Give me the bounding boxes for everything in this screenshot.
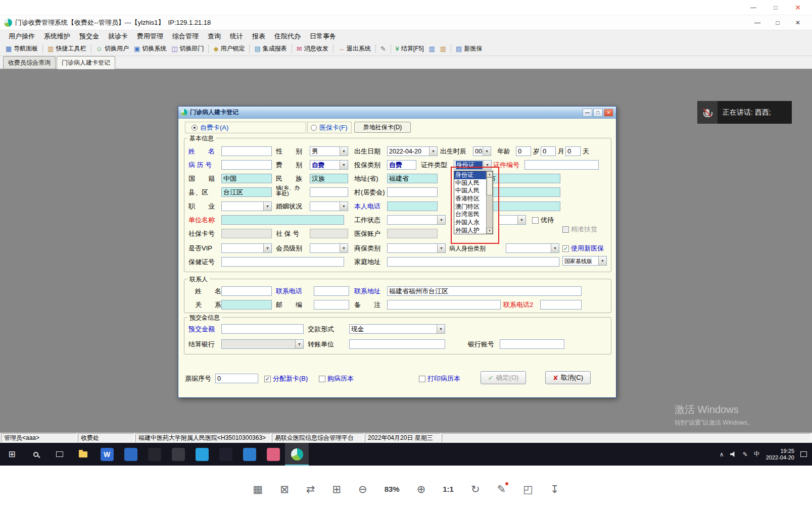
toolbar-newmi[interactable]: ▤新医保 <box>453 43 485 55</box>
toolbar-report[interactable]: ▤集成报表 <box>252 43 289 55</box>
taskbar-app-monitor[interactable] <box>237 443 261 466</box>
address-province-input[interactable]: 福建省 <box>387 174 438 183</box>
taskbar-app-messenger[interactable] <box>190 443 214 466</box>
toolbar-lock[interactable]: ◆用户锁定 <box>211 43 247 55</box>
dropdown-arrow-icon[interactable]: ▼ <box>340 244 348 252</box>
zip-input[interactable] <box>314 300 349 310</box>
dropdown-arrow-icon[interactable]: ▼ <box>263 202 271 211</box>
dropdown-arrow-icon[interactable]: ▼ <box>340 161 348 169</box>
viewer-tool-crop[interactable]: ◰ <box>523 483 533 495</box>
menu-item-8[interactable]: 报表 <box>248 31 270 42</box>
insurance-type-input[interactable]: 自费 <box>387 160 416 170</box>
dialog-close-button[interactable]: ✕ <box>604 109 613 117</box>
app-minimize-button[interactable]: — <box>747 15 768 30</box>
pen-input-icon[interactable]: ✎ <box>743 451 748 458</box>
dropdown-item-1[interactable]: 中国人民 <box>454 179 486 187</box>
new-card-checkbox[interactable]: ✓分配新卡(B) <box>264 374 308 383</box>
dialog-restore-button[interactable]: □ <box>593 109 603 117</box>
transfer-unit-input[interactable] <box>349 339 445 349</box>
menu-item-10[interactable]: 日常事务 <box>305 31 341 42</box>
taskbar-app-camera[interactable] <box>166 443 190 466</box>
checkbox-icon[interactable] <box>319 376 325 382</box>
scroll-up-icon[interactable]: ▲ <box>487 171 493 177</box>
toolbar-nav[interactable]: ▦导航面板 <box>3 43 40 55</box>
toolbar-system[interactable]: ▣切换系统 <box>131 43 169 55</box>
remote-card-button[interactable]: 异地社保卡(D) <box>354 122 411 133</box>
gender-select[interactable]: 男▼ <box>310 146 348 156</box>
contact-address-input[interactable]: 福建省福州市台江区 <box>387 286 582 296</box>
contact-name-input[interactable] <box>221 286 272 296</box>
dropdown-arrow-icon[interactable]: ▼ <box>598 257 606 265</box>
village-input[interactable] <box>387 187 438 197</box>
ethnicity-input[interactable]: 汉族 <box>310 174 348 183</box>
viewer-tool-zoom-in[interactable]: ⊕ <box>417 483 426 495</box>
menu-item-7[interactable]: 统计 <box>225 31 248 42</box>
taskbar-file-explorer[interactable] <box>71 443 95 466</box>
toolbar-dept[interactable]: ◫切换部门 <box>169 43 206 55</box>
dropdown-arrow-icon[interactable]: ▼ <box>437 216 445 224</box>
taskbar-task-view[interactable] <box>47 443 71 466</box>
dropdown-arrow-icon[interactable]: ▼ <box>295 340 303 348</box>
viewer-tool-collage[interactable]: ▦ <box>253 483 263 495</box>
ss-number-input[interactable] <box>310 229 348 238</box>
health-cert-input[interactable] <box>221 257 344 267</box>
menu-item-4[interactable]: 费用管理 <box>132 31 168 42</box>
viewer-tool-zoom-level[interactable]: 83% <box>385 485 400 493</box>
relation-input[interactable] <box>221 300 272 310</box>
app-close-button[interactable]: ✕ <box>788 15 808 30</box>
prepay-amount-input[interactable] <box>221 324 304 334</box>
nationality-input[interactable]: 中国 <box>221 174 272 183</box>
age-months-input[interactable]: 0 <box>541 146 556 156</box>
scroll-down-icon[interactable]: ▼ <box>487 228 493 234</box>
commercial-ins-select[interactable]: ▼ <box>387 243 446 253</box>
dropdown-arrow-icon[interactable]: ▼ <box>517 216 526 224</box>
taskbar-app-dark[interactable] <box>142 443 166 466</box>
taskbar-app-blue[interactable] <box>119 443 142 466</box>
taskbar-wps[interactable]: W <box>95 443 119 466</box>
medical-book-checkbox[interactable]: 购病历本 <box>319 374 354 383</box>
cancel-button[interactable]: ✘取消(C) <box>545 371 591 384</box>
tray-expand-icon[interactable]: ∧ <box>720 451 724 458</box>
employer-input[interactable] <box>221 215 344 225</box>
taskbar-his-app[interactable] <box>285 443 309 466</box>
radio-icon[interactable] <box>192 125 198 131</box>
toolbar-exit[interactable]: →退出系统 <box>336 43 373 55</box>
viewer-tool-screenshot[interactable]: ⊠ <box>280 483 289 495</box>
dropdown-item-5[interactable]: 台湾居民 <box>454 211 486 219</box>
viewer-tool-zoom-out[interactable]: ⊖ <box>358 483 367 495</box>
taskbar-search[interactable] <box>24 443 47 466</box>
dropdown-item-4[interactable]: 澳门特区 <box>454 203 486 211</box>
dropdown-item-3[interactable]: 香港特区 <box>454 195 486 203</box>
dropdown-arrow-icon[interactable]: ▼ <box>263 244 271 252</box>
toolbar-user[interactable]: ☺切换用户 <box>93 43 131 55</box>
fee-type-select[interactable]: 自费▼ <box>310 160 348 170</box>
dropdown-arrow-icon[interactable]: ▼ <box>483 147 491 156</box>
ime-indicator[interactable]: 中 <box>754 450 760 458</box>
viewer-tool-download[interactable]: ↧ <box>550 483 559 495</box>
checkbox-icon[interactable]: ✓ <box>264 376 271 382</box>
occupation-select[interactable]: ▼ <box>221 201 272 211</box>
toolbar-book2[interactable]: ▥ <box>438 44 449 54</box>
ok-button[interactable]: ✔确定(O) <box>481 371 526 384</box>
tab-1[interactable]: 门诊病人建卡登记 <box>57 56 115 69</box>
dropdown-arrow-icon[interactable]: ▼ <box>340 147 348 156</box>
dialog-titlebar[interactable]: 门诊病人建卡登记 — □ ✕ <box>178 107 616 119</box>
id-type-select[interactable]: 身份证▼ <box>454 160 492 170</box>
note-input[interactable] <box>387 300 501 310</box>
selfpay-card-radio[interactable]: 自费卡(A) <box>192 123 228 132</box>
dropdown-arrow-icon[interactable]: ▼ <box>483 161 491 169</box>
dropdown-arrow-icon[interactable]: ▼ <box>551 244 559 252</box>
ss-card-input[interactable] <box>221 229 272 238</box>
dropdown-scrollbar[interactable]: ▲ ▼ <box>486 171 493 234</box>
new-mi-checkbox[interactable]: ✓使用新医保 <box>562 244 604 253</box>
dropdown-item-6[interactable]: 外国人永 <box>454 219 486 227</box>
medins-card-radio[interactable]: 医保卡(F) <box>311 123 348 132</box>
volume-icon[interactable] <box>730 451 737 457</box>
menu-item-9[interactable]: 住院代办 <box>270 31 305 42</box>
dropdown-item-2[interactable]: 中国人民 <box>454 187 486 195</box>
mi-account-input[interactable] <box>387 229 438 238</box>
marital-status-select[interactable]: ▼ <box>310 201 348 211</box>
menu-item-0[interactable]: 用户操作 <box>4 31 39 42</box>
poverty-alleviation-checkbox[interactable]: 精准扶贫 <box>562 225 597 234</box>
menu-item-6[interactable]: 查询 <box>203 31 225 42</box>
